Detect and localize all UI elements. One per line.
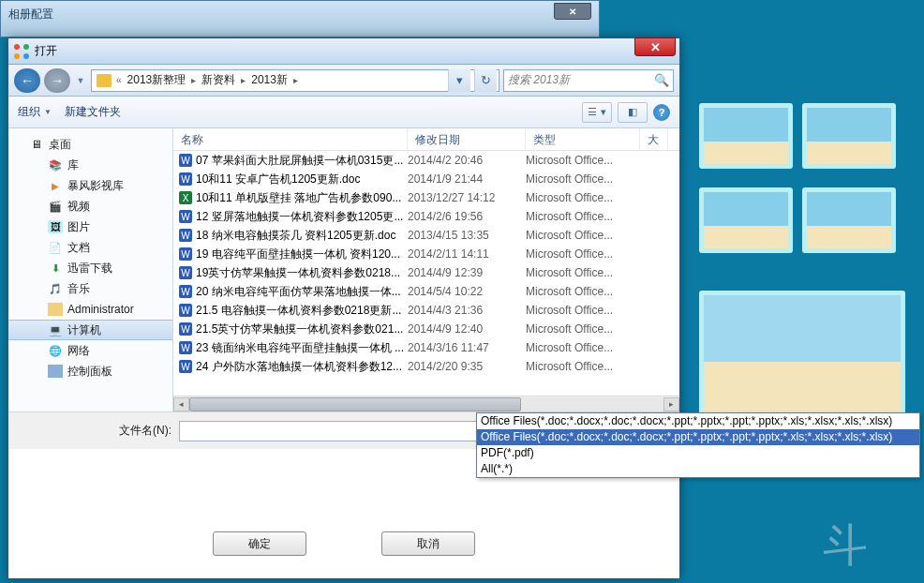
file-row[interactable]: W21.5英寸仿苹果触摸一体机资料参数021...2014/4/9 12:40M… xyxy=(173,320,679,338)
file-row[interactable]: W19 电容纯平面壁挂触摸一体机 资料120...2014/2/11 14:11… xyxy=(173,245,679,263)
file-row[interactable]: W24 户外防水落地触摸一体机资料参数12...2014/2/20 9:35Mi… xyxy=(173,357,679,376)
file-type: Microsoft Office... xyxy=(526,247,640,261)
filetype-current[interactable]: Office Files(*.doc;*.docx;*.doc;*.docx;*… xyxy=(477,413,919,429)
file-row[interactable]: W23 镜面纳米电容纯平面壁挂触摸一体机 ...2014/3/16 11:47M… xyxy=(173,338,679,357)
filetype-option-2[interactable]: All(*.*) xyxy=(477,461,919,477)
column-headers[interactable]: 名称 修改日期 类型 大 xyxy=(173,128,679,151)
tree-item-1[interactable]: 库 xyxy=(8,155,172,175)
tree-item-label: 视频 xyxy=(67,199,90,215)
file-row[interactable]: X10和11 单机版壁挂 落地广告机参数090...2013/12/27 14:… xyxy=(173,188,679,207)
video-icon xyxy=(48,200,63,213)
view-mode-button[interactable]: ☰ ▾ xyxy=(582,102,612,123)
filetype-dropdown[interactable]: Office Files(*.doc;*.docx;*.doc;*.docx;*… xyxy=(476,412,920,478)
file-name: 24 户外防水落地触摸一体机资料参数12... xyxy=(196,359,402,375)
file-type: Microsoft Office... xyxy=(526,322,640,336)
file-row[interactable]: W12 竖屏落地触摸一体机资料参数1205更...2014/2/6 19:56M… xyxy=(173,207,679,226)
album-config-window: 相册配置 ✕ xyxy=(0,0,600,37)
file-row[interactable]: W21.5 电容触摸一体机资料参数0218更新...2014/4/3 21:36… xyxy=(173,301,679,320)
search-placeholder: 搜索 2013新 xyxy=(508,72,570,88)
app-icon xyxy=(14,44,29,59)
tree-item-8[interactable]: Administrator xyxy=(8,299,172,320)
file-row[interactable]: W07 苹果斜面大肚屁屏触摸一体机0315更...2014/4/2 20:46M… xyxy=(173,151,679,170)
file-date: 2014/2/20 9:35 xyxy=(408,360,526,373)
nav-history-dropdown[interactable]: ▼ xyxy=(74,68,87,93)
file-type: Microsoft Office... xyxy=(526,154,640,167)
breadcrumb-seg-1[interactable]: 新资料 xyxy=(198,72,239,88)
col-name[interactable]: 名称 xyxy=(173,128,408,150)
filetype-option-0[interactable]: Office Files(*.doc;*.docx;*.doc;*.docx;*… xyxy=(477,429,919,445)
desktop-icon xyxy=(29,138,44,151)
breadcrumb-seg-2[interactable]: 2013新 xyxy=(247,72,291,88)
file-date: 2013/12/27 14:12 xyxy=(408,191,526,204)
col-size[interactable]: 大 xyxy=(640,128,668,150)
scroll-right-button[interactable]: ▸ xyxy=(663,397,679,411)
file-row[interactable]: W20 纳米电容纯平面仿苹果落地触摸一体...2014/5/4 10:22Mic… xyxy=(173,282,679,301)
help-button[interactable]: ? xyxy=(653,104,670,121)
music-icon xyxy=(48,282,63,295)
filename-label: 文件名(N): xyxy=(119,423,171,439)
breadcrumb-dropdown-button[interactable]: ▾ xyxy=(448,69,470,92)
tree-item-2[interactable]: 暴风影视库 xyxy=(8,175,172,196)
refresh-button[interactable]: ↻ xyxy=(474,69,497,92)
file-row[interactable]: W19英寸仿苹果触摸一体机资料参数0218...2014/4/9 12:39Mi… xyxy=(173,263,679,282)
word-file-icon: W xyxy=(179,285,192,298)
folder-tree[interactable]: 桌面库暴风影视库视频图片文档迅雷下载音乐Administrator计算机网络控制… xyxy=(8,128,173,411)
organize-menu[interactable]: 组织▼ xyxy=(18,104,52,120)
tree-item-11[interactable]: 控制面板 xyxy=(8,361,172,381)
file-row[interactable]: W10和11 安卓广告机1205更新.doc2014/1/9 21:44Micr… xyxy=(173,170,679,188)
filetype-option-1[interactable]: PDF(*.pdf) xyxy=(477,445,919,461)
preview-pane-button[interactable]: ◧ xyxy=(618,102,648,123)
tree-item-4[interactable]: 图片 xyxy=(8,217,172,237)
ok-button[interactable]: 确定 xyxy=(213,531,306,556)
tree-item-label: 文档 xyxy=(67,240,90,256)
search-input[interactable]: 搜索 2013新 🔍 xyxy=(503,69,674,92)
tree-item-0[interactable]: 桌面 xyxy=(8,134,172,155)
breadcrumb[interactable]: « 2013新整理 ▸ 新资料 ▸ 2013新 ▸ ▾ ↻ xyxy=(91,69,499,92)
net-icon xyxy=(48,344,63,357)
horizontal-scrollbar[interactable]: ◂ ▸ xyxy=(173,396,679,411)
chevron-right-icon: ▸ xyxy=(189,75,198,85)
file-name: 19英寸仿苹果触摸一体机资料参数0218... xyxy=(196,265,400,281)
tree-item-7[interactable]: 音乐 xyxy=(8,278,172,299)
open-file-dialog: 打开 ✕ ← → ▼ « 2013新整理 ▸ 新资料 ▸ 2013新 ▸ ▾ ↻… xyxy=(7,37,680,579)
file-row[interactable]: W18 纳米电容触摸茶几 资料1205更新.doc2013/4/15 13:35… xyxy=(173,226,679,245)
tree-item-6[interactable]: 迅雷下载 xyxy=(8,258,172,278)
pic-icon xyxy=(48,220,63,233)
scroll-left-button[interactable]: ◂ xyxy=(173,397,189,411)
dialog-titlebar[interactable]: 打开 ✕ xyxy=(8,38,679,65)
word-file-icon: W xyxy=(179,247,192,261)
tree-item-10[interactable]: 网络 xyxy=(8,340,172,361)
tree-item-9[interactable]: 计算机 xyxy=(8,320,172,340)
file-type: Microsoft Office... xyxy=(526,229,640,242)
col-date[interactable]: 修改日期 xyxy=(408,128,526,150)
search-icon: 🔍 xyxy=(654,73,669,87)
nav-forward-button[interactable]: → xyxy=(44,68,70,93)
user-icon xyxy=(48,303,63,316)
tree-item-label: 库 xyxy=(67,157,79,173)
file-type: Microsoft Office... xyxy=(526,304,640,317)
tree-item-label: 音乐 xyxy=(67,281,90,297)
back-window-close-button[interactable]: ✕ xyxy=(554,3,591,20)
col-type[interactable]: 类型 xyxy=(526,128,640,150)
doc-icon xyxy=(48,241,63,254)
dialog-close-button[interactable]: ✕ xyxy=(634,37,676,56)
word-file-icon: W xyxy=(179,360,192,373)
word-file-icon: W xyxy=(179,341,192,354)
chevron-right-icon: ▸ xyxy=(239,75,247,85)
breadcrumb-seg-0[interactable]: 2013新整理 xyxy=(124,72,190,88)
file-type: Microsoft Office... xyxy=(526,266,640,279)
scrollbar-thumb[interactable] xyxy=(189,397,521,411)
nav-back-button[interactable]: ← xyxy=(14,68,40,93)
cancel-button[interactable]: 取消 xyxy=(381,531,475,556)
back-window-title: 相册配置 xyxy=(8,7,53,22)
word-file-icon: W xyxy=(179,322,192,336)
file-name: 10和11 安卓广告机1205更新.doc xyxy=(196,172,360,187)
tree-item-5[interactable]: 文档 xyxy=(8,237,172,258)
dl-icon xyxy=(48,262,63,275)
file-type: Microsoft Office... xyxy=(526,172,640,186)
tree-item-3[interactable]: 视频 xyxy=(8,196,172,217)
file-type: Microsoft Office... xyxy=(526,191,640,204)
tree-item-label: 网络 xyxy=(67,343,90,359)
word-file-icon: W xyxy=(179,266,192,279)
new-folder-button[interactable]: 新建文件夹 xyxy=(65,104,121,120)
